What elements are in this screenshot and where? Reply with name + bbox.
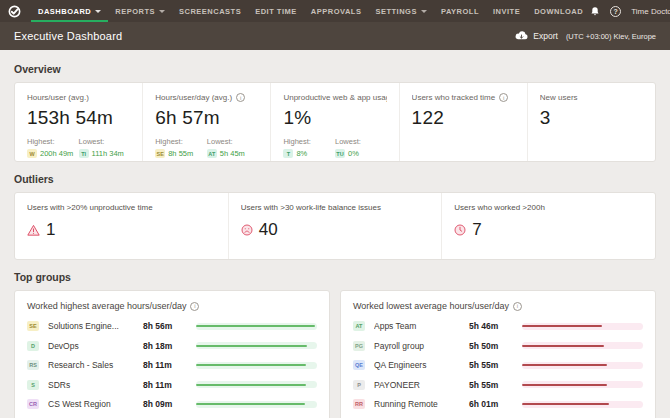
- outlier-value: 1: [46, 220, 55, 240]
- outlier-title: Users who worked >200h: [454, 203, 643, 212]
- info-icon[interactable]: i: [499, 93, 508, 102]
- info-icon[interactable]: i: [190, 302, 199, 311]
- lowest-value: 5h 45m: [220, 149, 245, 158]
- outlier-unproductive-time: Users with >20% unproductive time 1: [15, 193, 228, 259]
- group-row: PG Payroll group 5h 50m: [353, 341, 643, 351]
- highest-label: Highest:: [155, 137, 207, 146]
- metric-title-text: Users who tracked time: [412, 93, 496, 102]
- bar-value: [196, 364, 306, 366]
- group-badge: PG: [353, 341, 365, 351]
- group-row: QE QA Engineers 5h 55m: [353, 360, 643, 370]
- highest-groups-card: Worked highest average hours/user/day i …: [14, 290, 330, 418]
- group-badge: T: [283, 149, 293, 158]
- bar-track: [522, 342, 643, 349]
- outlier-title: Users with >20% unproductive time: [27, 203, 216, 212]
- group-badge: SE: [155, 149, 165, 158]
- overview-card: Hours/user (avg.) 153h 54m Highest: W 20…: [14, 82, 656, 162]
- group-badge: TI: [79, 149, 89, 158]
- group-name: SDRs: [48, 380, 136, 390]
- app-logo[interactable]: [8, 0, 21, 22]
- outlier-title: Users with >30 work-life balance issues: [241, 203, 430, 212]
- export-button[interactable]: Export: [515, 31, 558, 41]
- outlier-value: 40: [259, 220, 278, 240]
- bar-value: [522, 345, 604, 347]
- nav-item-label: INVITE: [493, 7, 520, 16]
- nav-item-screencasts[interactable]: SCREENCASTS: [172, 0, 248, 22]
- group-badge: QE: [353, 360, 365, 370]
- nav-item-label: DASHBOARD: [38, 7, 91, 16]
- nav-item-label: SETTINGS: [375, 7, 417, 16]
- group-row: RR Running Remote 6h 01m: [353, 399, 643, 409]
- highest-lowest-row: Highest: T 8% Lowest: TU 0%: [283, 137, 386, 158]
- bar-value: [196, 325, 315, 327]
- bar-track: [522, 362, 643, 369]
- nav-item-label: EDIT TIME: [255, 7, 297, 16]
- group-time: 5h 50m: [469, 341, 515, 351]
- info-icon[interactable]: i: [513, 302, 522, 311]
- lowest-label: Lowest:: [79, 137, 131, 146]
- group-name: Solutions Engine...: [48, 321, 136, 331]
- help-icon[interactable]: ?: [610, 6, 621, 17]
- group-badge: RR: [353, 399, 365, 409]
- info-icon[interactable]: i: [236, 93, 245, 102]
- nav-item-label: DOWNLOAD: [534, 7, 583, 16]
- brand-name[interactable]: Time Doctor: [631, 7, 670, 16]
- group-time: 5h 55m: [469, 380, 515, 390]
- metric-value: 153h 54m: [27, 107, 130, 129]
- outlier-worked-over-200h: Users who worked >200h 7: [441, 193, 655, 259]
- top-groups-section-title: Top groups: [14, 271, 656, 283]
- metric-value: 1%: [283, 107, 386, 129]
- outlier-work-life-balance: Users with >30 work-life balance issues …: [228, 193, 442, 259]
- bar-value: [196, 345, 307, 347]
- notifications-bell-icon[interactable]: [590, 6, 600, 17]
- timezone-selector[interactable]: (UTC +03:00) Kiev, Europe: [566, 32, 656, 41]
- main-content: Overview Hours/user (avg.) 153h 54m High…: [0, 50, 670, 418]
- nav-item-payroll[interactable]: PAYROLL: [434, 0, 486, 22]
- nav-item-edit-time[interactable]: EDIT TIME: [248, 0, 304, 22]
- group-name: QA Engineers: [374, 360, 462, 370]
- bar-track: [522, 323, 643, 330]
- group-time: 8h 18m: [143, 341, 189, 351]
- chevron-down-icon: [95, 10, 101, 13]
- group-badge: TU: [335, 149, 345, 158]
- nav-item-label: PAYROLL: [441, 7, 479, 16]
- page-header-actions: Export (UTC +03:00) Kiev, Europe: [515, 31, 656, 41]
- warning-triangle-icon: [27, 224, 40, 236]
- metric-hours-per-user-day: Hours/user/day (avg.) i 6h 57m Highest: …: [142, 83, 270, 161]
- page-header: Executive Dashboard Export (UTC +03:00) …: [0, 22, 670, 50]
- nav-item-download[interactable]: DOWNLOAD: [527, 0, 590, 22]
- nav-item-reports[interactable]: REPORTS: [108, 0, 172, 22]
- cloud-download-icon: [515, 31, 528, 41]
- metric-title-text: Hours/user/day (avg.): [155, 93, 232, 102]
- bar-track: [196, 401, 317, 408]
- lowest-value: 111h 34m: [92, 149, 124, 158]
- group-row: P PAYONEER 5h 55m: [353, 380, 643, 390]
- nav-item-label: APPROVALS: [311, 7, 362, 16]
- nav-item-approvals[interactable]: APPROVALS: [304, 0, 369, 22]
- bar-value: [522, 325, 602, 327]
- group-card-title-text: Worked highest average hours/user/day: [27, 301, 186, 311]
- group-time: 8h 11m: [143, 360, 189, 370]
- highest-value: 8h 55m: [168, 149, 193, 158]
- clock-icon: [454, 224, 466, 236]
- nav-item-label: SCREENCASTS: [179, 7, 241, 16]
- group-name: Payroll group: [374, 341, 462, 351]
- group-card-title: Worked highest average hours/user/day i: [27, 301, 317, 311]
- nav-item-dashboard[interactable]: DASHBOARD: [31, 0, 108, 22]
- outliers-section-title: Outliers: [14, 173, 656, 185]
- group-name: DevOps: [48, 341, 136, 351]
- group-badge: AT: [353, 321, 365, 331]
- metric-title: Hours/user (avg.): [27, 93, 130, 102]
- group-row: D DevOps 8h 18m: [27, 341, 317, 351]
- group-time: 8h 11m: [143, 380, 189, 390]
- metric-value: 6h 57m: [155, 107, 258, 129]
- highest-label: Highest:: [27, 137, 79, 146]
- navbar-right-group: ? Time Doctor Jorge P JP: [590, 0, 670, 22]
- metric-new-users: New users 3: [527, 83, 655, 161]
- group-badge: D: [27, 341, 39, 351]
- group-rows: SE Solutions Engine... 8h 56m D DevOps 8…: [27, 321, 317, 409]
- nav-item-settings[interactable]: SETTINGS: [368, 0, 434, 22]
- nav-item-invite[interactable]: INVITE: [486, 0, 527, 22]
- metric-title: Unproductive web & app usage %: [283, 93, 386, 102]
- metric-unproductive-usage: Unproductive web & app usage % 1% Highes…: [270, 83, 398, 161]
